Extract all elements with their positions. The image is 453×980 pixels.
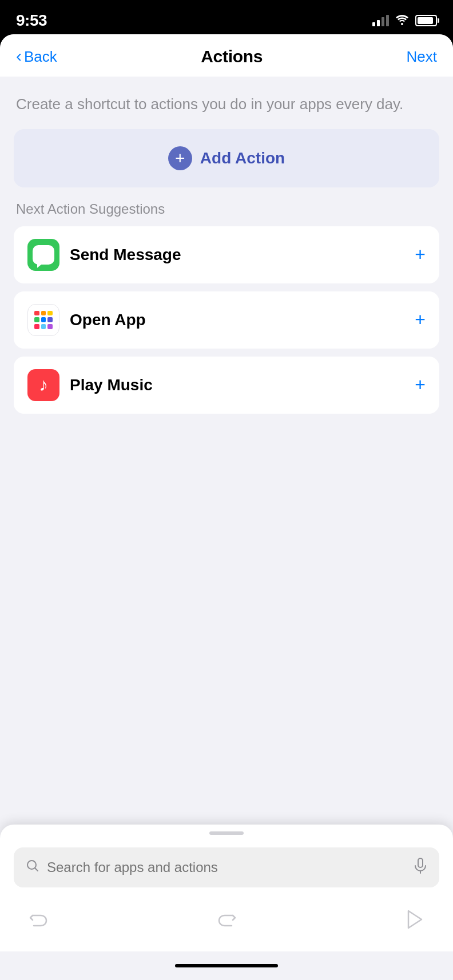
home-bar [175,964,278,967]
nav-header: ‹ Back Actions Next [0,34,453,77]
suggestion-list: Send Message + [14,226,439,414]
battery-icon [415,15,437,26]
list-item[interactable]: ♪ Play Music + [14,357,439,414]
svg-point-1 [27,861,36,869]
undo-button[interactable] [23,903,55,935]
home-indicator [0,951,453,980]
search-input[interactable] [47,859,406,875]
add-playmusic-button[interactable]: + [415,374,426,395]
add-action-label: Add Action [200,149,285,167]
redo-button[interactable] [210,903,243,935]
add-action-button[interactable]: + Add Action [14,129,439,187]
grid-icon [33,310,54,330]
next-button[interactable]: Next [407,48,437,66]
list-item[interactable]: Send Message + [14,226,439,283]
search-bar [14,847,439,887]
back-button[interactable]: ‹ Back [16,48,57,66]
add-action-icon: + [168,146,192,170]
music-app-icon: ♪ [27,369,59,401]
add-openapp-button[interactable]: + [415,309,426,330]
back-label: Back [24,48,57,66]
list-item[interactable]: Open App + [14,291,439,349]
status-time: 9:53 [16,11,47,30]
description-text: Create a shortcut to actions you do in y… [14,94,439,115]
mic-icon[interactable] [414,858,427,877]
suggestions-title: Next Action Suggestions [14,201,439,217]
content-body: Create a shortcut to actions you do in y… [0,77,453,825]
wifi-icon [395,14,410,28]
suggestion-left-sendmessage: Send Message [27,239,181,271]
suggestion-left-playmusic: ♪ Play Music [27,369,153,401]
chevron-left-icon: ‹ [16,47,22,65]
music-note-icon: ♪ [39,374,48,395]
suggestion-name-playmusic: Play Music [70,376,153,394]
search-icon [26,859,39,875]
messages-app-icon [27,239,59,271]
suggestion-name-sendmessage: Send Message [70,246,181,264]
suggestion-name-openapp: Open App [70,311,146,329]
suggestion-left-openapp: Open App [27,304,146,336]
bottom-sheet-handle [209,831,244,835]
status-bar: 9:53 [0,0,453,34]
signal-icon [372,15,389,26]
page-title: Actions [201,47,263,66]
main-content: ‹ Back Actions Next Create a shortcut to… [0,34,453,951]
add-sendmessage-button[interactable]: + [415,244,426,265]
bottom-sheet [0,825,453,951]
openapp-app-icon [27,304,59,336]
bottom-toolbar [14,899,439,940]
suggestions-section: Next Action Suggestions Send Message + [14,201,439,414]
svg-rect-2 [418,858,423,867]
status-icons [372,14,437,28]
svg-point-0 [401,23,403,25]
play-button[interactable] [398,903,430,935]
